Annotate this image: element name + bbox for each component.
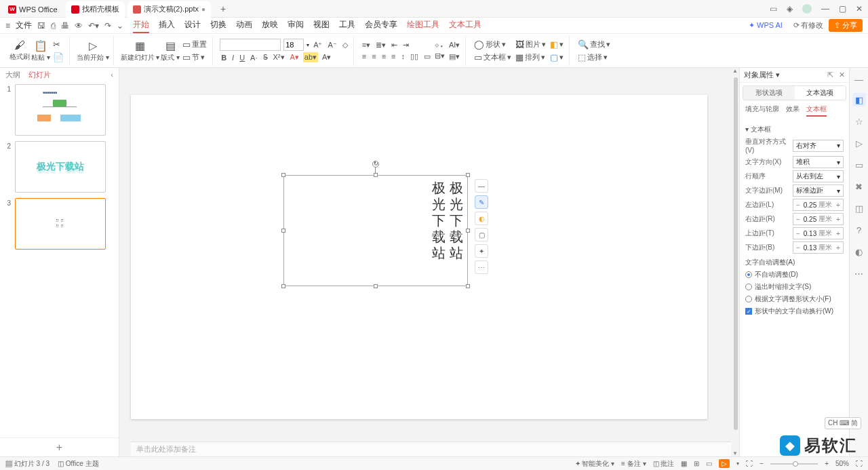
font-size-select[interactable]: [283, 39, 304, 51]
float-more-button[interactable]: ⋯: [475, 260, 488, 274]
tab-animation[interactable]: 动画: [236, 18, 252, 33]
paste-button[interactable]: 📋粘贴 ▾: [31, 39, 50, 62]
strip-template-icon[interactable]: ◫: [852, 201, 866, 215]
tab-tools[interactable]: 工具: [339, 18, 355, 33]
bullets-button[interactable]: ≡▾: [361, 40, 372, 50]
text-direction-button[interactable]: ⟐▾: [433, 40, 446, 50]
templates-tab[interactable]: 找稻壳模板: [66, 1, 125, 18]
copy-button[interactable]: 📄: [52, 52, 65, 63]
font-color-button[interactable]: A▾: [289, 52, 300, 62]
strip-resource-icon[interactable]: ◐: [852, 245, 866, 258]
float-border-button[interactable]: ▢: [475, 228, 488, 241]
view-normal-icon[interactable]: ▦: [681, 460, 687, 467]
comments-button[interactable]: ◫ 批注: [653, 459, 675, 469]
shape-button[interactable]: ◯ 形状 ▾: [473, 39, 513, 50]
thumbnail-3[interactable]: ⠿⠿⠿⠿: [15, 198, 106, 250]
resize-handle[interactable]: [466, 229, 470, 233]
direction-select[interactable]: 堆积▾: [793, 156, 844, 168]
tab-member[interactable]: 会员专享: [365, 18, 397, 33]
layout-button[interactable]: ▤版式 ▾: [161, 39, 180, 62]
picture-button[interactable]: 🖼 图片 ▾: [514, 39, 547, 50]
export-icon[interactable]: ⎙: [51, 21, 56, 31]
ime-badge[interactable]: CH ⌨ 简: [825, 417, 861, 429]
line-spacing-button[interactable]: ↕: [400, 52, 407, 61]
textbox-section-title[interactable]: ▾ 文本框: [745, 125, 844, 134]
strip-properties-icon[interactable]: ◧: [852, 93, 866, 106]
align-center-button[interactable]: ≡: [370, 52, 377, 61]
undo-icon[interactable]: ↶▾: [88, 21, 99, 31]
clear-format-button[interactable]: ◇: [341, 40, 349, 50]
share-button[interactable]: ⇪ 分享: [829, 19, 863, 32]
top-margin-stepper[interactable]: −0.13厘米+: [793, 227, 844, 239]
smartart-button[interactable]: ▤▾: [448, 52, 461, 62]
strip-collapse-icon[interactable]: —: [854, 75, 863, 85]
resize-handle[interactable]: [374, 284, 378, 288]
view-slideshow-icon[interactable]: ▷: [719, 459, 730, 468]
file-menu[interactable]: 文件: [16, 20, 32, 31]
align-vertical-button[interactable]: ⊟▾: [433, 51, 446, 61]
notes-button[interactable]: ≡ 备注 ▾: [621, 459, 646, 469]
italic-button[interactable]: I: [231, 53, 235, 62]
wrap-checkbox[interactable]: ✓形状中的文字自动换行(W): [745, 307, 844, 316]
tab-drawing-tools[interactable]: 绘图工具: [407, 18, 439, 33]
minimize-button[interactable]: —: [821, 4, 829, 14]
float-fill-button[interactable]: ◐: [475, 212, 488, 225]
strip-more-icon[interactable]: ⋯: [852, 267, 866, 280]
textbox-button[interactable]: ▭ 文本框 ▾: [473, 52, 513, 63]
resize-handle[interactable]: [374, 173, 378, 177]
increase-font-button[interactable]: A⁺: [312, 40, 323, 50]
right-margin-stepper[interactable]: −0.25厘米+: [793, 213, 844, 225]
cut-button[interactable]: ✂: [52, 39, 65, 50]
redo-icon[interactable]: ↷: [104, 21, 111, 31]
columns-button[interactable]: ▯▯: [409, 52, 420, 62]
maximize-button[interactable]: ▢: [839, 4, 846, 14]
slides-tab[interactable]: 幻灯片: [28, 70, 51, 80]
zoom-slider[interactable]: [770, 463, 818, 465]
view-sorter-icon[interactable]: ⊞: [694, 460, 699, 467]
fill-button[interactable]: ◧▾: [549, 39, 565, 50]
window-layout-icon[interactable]: ▭: [770, 4, 777, 14]
bottom-margin-stepper[interactable]: −0.13厘米+: [793, 241, 844, 254]
strip-transition-icon[interactable]: ▭: [852, 158, 866, 172]
zoom-out-button[interactable]: −: [760, 460, 764, 467]
slide-count[interactable]: ▦ 幻灯片 3 / 3: [5, 459, 50, 469]
strip-tools-icon[interactable]: ✖: [852, 180, 866, 193]
opt-resize[interactable]: 根据文字调整形状大小(F): [745, 294, 844, 304]
tab-design[interactable]: 设计: [184, 18, 201, 33]
convert-smartart-button[interactable]: AI▾: [448, 40, 461, 50]
strip-style-icon[interactable]: ☆: [852, 115, 866, 128]
section-button[interactable]: ▭ 节 ▾: [181, 52, 208, 63]
document-tab[interactable]: 演示文稿(2).pptx ●: [127, 1, 211, 18]
selected-textbox[interactable]: 极光 下载 站 极光 下载 站: [283, 175, 468, 286]
valign-select[interactable]: 右对齐▾: [793, 140, 844, 152]
align-right-button[interactable]: ≡: [380, 52, 387, 61]
outline-button[interactable]: ▢▾: [549, 52, 565, 63]
pin-icon[interactable]: ⇱: [827, 71, 833, 79]
opt-noautofit[interactable]: 不自动调整(D): [745, 270, 844, 279]
cube-icon[interactable]: ◈: [787, 4, 793, 14]
tab-transition[interactable]: 切换: [210, 18, 226, 33]
fill-outline-subtab[interactable]: 填充与轮廓: [745, 104, 779, 117]
superscript-button[interactable]: X²▾: [272, 52, 286, 62]
current-start-button[interactable]: ▷当前开始 ▾: [77, 39, 109, 62]
thumbnail-1[interactable]: ■■■■■■■: [15, 84, 106, 136]
notes-bar[interactable]: 单击此处添加备注: [131, 442, 731, 456]
add-tab-button[interactable]: +: [216, 3, 230, 14]
left-margin-stepper[interactable]: −0.25厘米+: [793, 199, 844, 211]
theme-status[interactable]: ◫ Office 主题: [58, 459, 99, 469]
format-painter-button[interactable]: 🖌格式刷: [9, 39, 30, 62]
highlight-button[interactable]: ab▾: [303, 52, 318, 62]
preview-icon[interactable]: 👁: [75, 21, 83, 31]
arrange-button[interactable]: ▦ 排列 ▾: [514, 52, 547, 63]
strip-help-icon[interactable]: ?: [852, 223, 866, 237]
chevron-down-icon[interactable]: ⌄: [117, 21, 123, 31]
beautify-button[interactable]: ✦ 智能美化 ▾: [575, 459, 615, 469]
modified-status[interactable]: ⟳ 有修改: [793, 20, 823, 31]
scroll-down-icon[interactable]: ▼: [732, 450, 738, 456]
shape-options-tab[interactable]: 形状选项: [743, 86, 795, 100]
text-options-tab[interactable]: 文本选项: [795, 86, 846, 100]
emphasis-button[interactable]: A·: [249, 53, 258, 62]
align-justify-button[interactable]: ≡: [390, 52, 397, 61]
text-effects-button[interactable]: A▾: [321, 52, 332, 62]
tab-review[interactable]: 审阅: [288, 18, 304, 33]
